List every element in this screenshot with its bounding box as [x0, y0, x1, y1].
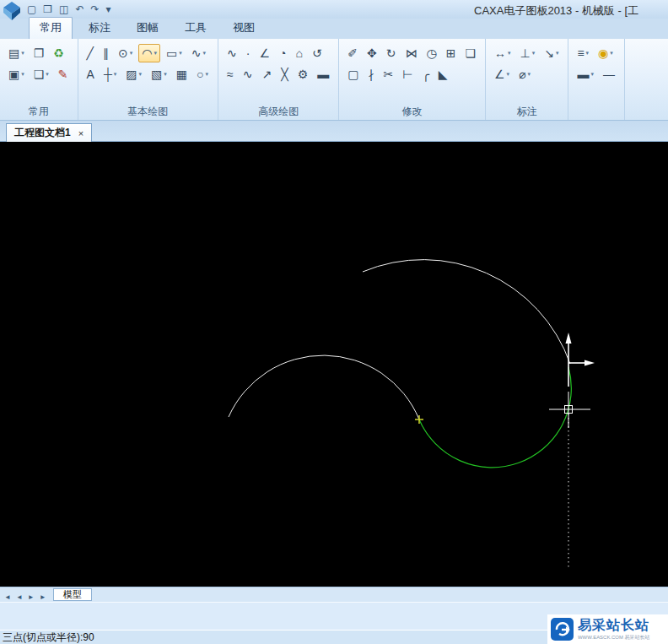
double-wave-tool[interactable]: ∿: [240, 65, 256, 84]
first-sheet-button[interactable]: ◄: [2, 593, 13, 601]
insert-tool[interactable]: ❏▾: [30, 65, 52, 84]
polygon-tool[interactable]: ⌂: [293, 44, 306, 62]
drawing-canvas[interactable]: [0, 142, 668, 587]
new-file-icon[interactable]: ▢: [27, 3, 36, 16]
line-tool[interactable]: ╱: [84, 44, 97, 62]
format-brush-tool[interactable]: ✎: [55, 65, 72, 84]
delete-tool[interactable]: ✐: [344, 44, 361, 62]
dropdown-caret-icon[interactable]: ▾: [202, 50, 206, 57]
move-tool[interactable]: ✥: [364, 44, 380, 62]
update-green-tool[interactable]: ♻: [50, 44, 67, 62]
ribbon-group-rows: ≡▾◉▾▬▾—: [572, 42, 621, 84]
customize-quick-access-icon[interactable]: ▾: [106, 3, 111, 16]
dropdown-caret-icon[interactable]: ▾: [590, 71, 594, 78]
dropdown-caret-icon[interactable]: ▾: [610, 50, 613, 57]
angle-dim-tool[interactable]: ∠▾: [491, 65, 513, 84]
parallel-line-tool[interactable]: ∥: [100, 44, 112, 62]
prev-sheet-button[interactable]: ◄: [13, 593, 25, 601]
point-tool[interactable]: ·: [243, 44, 254, 62]
dropdown-caret-icon[interactable]: ▾: [179, 50, 182, 57]
offset-copy-tool[interactable]: ❏: [461, 44, 479, 62]
ribbon-tab-common[interactable]: 常用: [29, 17, 73, 39]
angle-line-tool[interactable]: ∠: [256, 44, 273, 62]
revolve-tool[interactable]: ↺: [309, 44, 326, 62]
arc-tool[interactable]: ◠▾: [138, 44, 160, 62]
extend-tool[interactable]: ⊢: [399, 65, 416, 84]
dropdown-caret-icon[interactable]: ▾: [164, 71, 167, 78]
dropdown-caret-icon[interactable]: ▾: [114, 71, 117, 78]
dropdown-caret-icon[interactable]: ▾: [206, 71, 209, 78]
last-sheet-button[interactable]: ►: [37, 593, 49, 601]
mirror-tool[interactable]: ⋈: [401, 44, 420, 62]
next-sheet-button[interactable]: ►: [25, 593, 37, 601]
dropdown-caret-icon[interactable]: ▾: [532, 50, 536, 57]
block-tool[interactable]: ▣▾: [5, 65, 28, 84]
spline-tool[interactable]: ∿▾: [188, 44, 209, 62]
dropdown-caret-icon[interactable]: ▾: [556, 50, 559, 57]
grid-block-tool[interactable]: ▦: [173, 65, 191, 84]
ellipse-tool[interactable]: ○▾: [193, 65, 212, 84]
open-folder-icon[interactable]: ❒: [43, 3, 52, 16]
close-tab-icon[interactable]: ×: [78, 128, 84, 138]
layer-tool[interactable]: ◉▾: [595, 44, 617, 62]
copy-tool[interactable]: ❐: [30, 44, 48, 62]
ribbon-tab-view[interactable]: 视图: [223, 18, 265, 39]
partial-view-tool[interactable]: ◔: [276, 44, 289, 62]
dropdown-caret-icon[interactable]: ▾: [21, 71, 24, 78]
coordinate-dim-tool[interactable]: ⊥▾: [516, 44, 538, 62]
dropdown-caret-icon[interactable]: ▾: [508, 50, 511, 57]
dropdown-caret-icon[interactable]: ▾: [21, 50, 24, 57]
centerline-tool[interactable]: ┼▾: [100, 65, 120, 84]
polyline-tool[interactable]: ∿: [224, 44, 240, 62]
gear-tool[interactable]: ⚙: [294, 65, 312, 84]
rectangle-tool[interactable]: ▭▾: [163, 44, 186, 62]
ribbon-tab-tools[interactable]: 工具: [175, 18, 217, 39]
color-tool-icon: —: [603, 66, 615, 83]
lineweight-tool[interactable]: ▬▾: [574, 65, 597, 84]
ribbon-group-rows: ▤▾❐♻▣▾❏▾✎: [3, 42, 74, 84]
app-menu-logo-icon[interactable]: [3, 1, 21, 22]
scale-tool[interactable]: ◷: [423, 44, 439, 62]
undo-icon[interactable]: ↶: [75, 3, 84, 16]
array-tool[interactable]: ⊞: [443, 44, 460, 62]
ribbon-tab-annotate[interactable]: 标注: [78, 18, 121, 39]
tolerance-tool[interactable]: ⌀▾: [515, 65, 534, 84]
model-tab[interactable]: 模型: [53, 588, 92, 601]
document-tab[interactable]: 工程图文档1 ×: [6, 123, 92, 142]
cross-hatch-tool[interactable]: ╳: [277, 65, 291, 84]
paste-tool[interactable]: ▤▾: [5, 44, 28, 62]
leader-tool-icon: ↘: [544, 45, 554, 62]
section-tool[interactable]: ▧▾: [148, 65, 170, 84]
arrow-tool[interactable]: ↗: [258, 65, 275, 84]
dropdown-caret-icon[interactable]: ▾: [46, 71, 49, 78]
ribbon-tab-sheet[interactable]: 图幅: [127, 18, 169, 39]
hatch-tool[interactable]: ▨▾: [122, 65, 145, 84]
fillet-tool[interactable]: ╭: [418, 65, 432, 84]
dropdown-caret-icon[interactable]: ▾: [586, 50, 590, 57]
text-tool[interactable]: A: [84, 65, 98, 84]
rotate-tool[interactable]: ↻: [383, 44, 400, 62]
leader-tool[interactable]: ↘▾: [541, 44, 562, 62]
dropdown-caret-icon[interactable]: ▾: [130, 50, 133, 57]
chamfer-tool[interactable]: ◣: [435, 65, 451, 84]
trim-tool[interactable]: ✂: [380, 65, 396, 84]
linetype-tool[interactable]: ≡▾: [574, 44, 592, 62]
redo-icon[interactable]: ↷: [91, 3, 100, 16]
color-tool[interactable]: —: [600, 65, 618, 84]
wave-line-tool-icon: ≈: [227, 66, 234, 83]
centerline-tool-icon: ┼: [104, 66, 112, 83]
ruler-tool[interactable]: ▬: [314, 65, 332, 84]
break-tool[interactable]: ∤: [364, 65, 377, 84]
app-window: ▢❒◫↶↷▾ CAXA电子图板2013 - 机械版 - [工 常用标注图幅工具视…: [0, 0, 668, 644]
dropdown-caret-icon[interactable]: ▾: [154, 50, 157, 57]
wave-line-tool[interactable]: ≈: [224, 65, 237, 84]
polyline-tool-icon: ∿: [227, 45, 237, 62]
dropdown-caret-icon[interactable]: ▾: [139, 71, 143, 78]
white-arc-left: [229, 355, 419, 419]
dropdown-caret-icon[interactable]: ▾: [527, 71, 531, 78]
dropdown-caret-icon[interactable]: ▾: [507, 71, 510, 78]
save-icon[interactable]: ◫: [59, 3, 68, 16]
select-box-tool[interactable]: ▢: [344, 65, 362, 84]
dimension-tool[interactable]: ↔▾: [491, 44, 514, 62]
circle-tool[interactable]: ⊙▾: [115, 44, 136, 62]
